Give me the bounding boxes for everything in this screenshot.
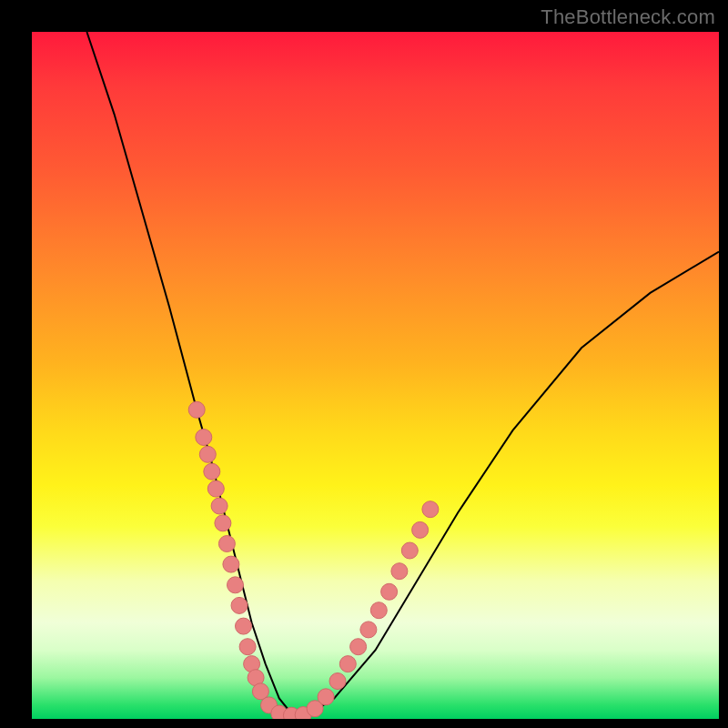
data-points-right <box>329 501 439 690</box>
watermark-text: TheBottleneck.com <box>541 5 715 29</box>
data-point <box>412 521 429 538</box>
data-point <box>215 515 231 531</box>
chart-svg <box>32 32 719 719</box>
data-point <box>381 583 398 600</box>
data-point <box>350 639 367 655</box>
data-point <box>318 689 334 705</box>
data-point <box>199 446 216 462</box>
data-point <box>239 639 256 655</box>
data-point <box>370 602 387 619</box>
data-point <box>422 501 439 518</box>
data-point <box>204 463 220 480</box>
data-point <box>228 577 244 593</box>
data-point <box>223 556 239 572</box>
data-point <box>207 480 224 497</box>
chart-frame: TheBottleneck.com <box>0 0 728 728</box>
curve-line <box>86 32 719 715</box>
data-point <box>231 597 248 613</box>
data-point <box>236 618 252 634</box>
data-point <box>211 498 228 514</box>
chart-plot-area <box>32 32 719 719</box>
data-point <box>196 430 212 446</box>
data-points-bottom <box>261 689 335 719</box>
data-point <box>360 622 377 638</box>
data-point <box>329 673 346 690</box>
bottleneck-curve <box>86 32 719 715</box>
data-point <box>401 542 418 559</box>
data-point <box>339 656 356 672</box>
data-point <box>188 401 205 418</box>
data-points-left <box>188 401 268 700</box>
data-point <box>391 563 408 580</box>
data-point <box>218 536 235 552</box>
